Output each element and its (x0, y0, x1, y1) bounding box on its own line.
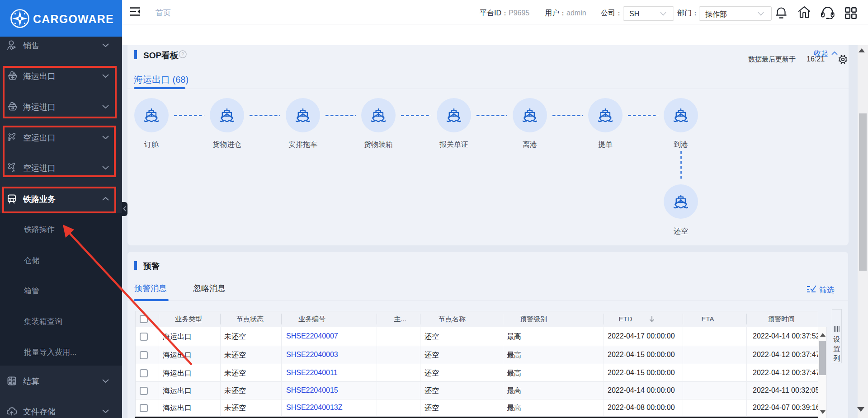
svg-text:?: ? (181, 52, 184, 57)
